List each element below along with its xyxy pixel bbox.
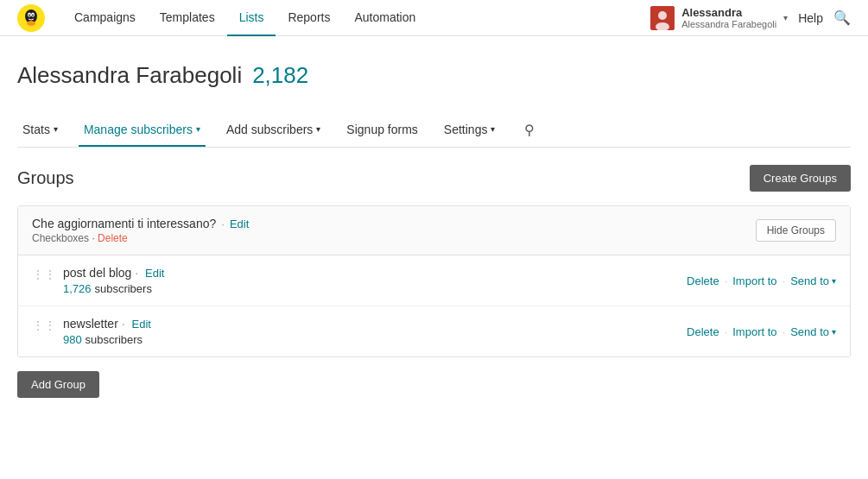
nav-right: Alessandra Alessandra Farabegoli ▾ Help … <box>650 6 851 30</box>
drag-handle-icon[interactable]: ⋮⋮ <box>32 268 56 281</box>
table-row: ⋮⋮ newsletter · Edit 980 subscribers <box>18 306 850 356</box>
settings-dropdown-icon: ▾ <box>491 124 495 134</box>
group-name-2: newsletter · Edit <box>63 317 151 331</box>
add-group-row: Add Group <box>17 357 851 398</box>
user-name-block: Alessandra Alessandra Farabegoli <box>681 6 776 29</box>
user-chevron-icon: ▾ <box>783 13 788 22</box>
subnav-signup-forms[interactable]: Signup forms <box>341 114 422 147</box>
group1-send-to-button[interactable]: Send to ▾ <box>790 274 836 287</box>
group1-import-link[interactable]: Import to <box>732 274 776 287</box>
nav-reports[interactable]: Reports <box>276 0 342 36</box>
group-row-right-1: Delete · Import to · Send to ▾ <box>687 274 836 287</box>
top-nav: Campaigns Templates Lists Reports Automa… <box>0 0 868 36</box>
sub-nav-search-icon[interactable]: ⚲ <box>519 113 540 147</box>
total-subscriber-count: 2,182 <box>252 62 308 89</box>
help-link[interactable]: Help <box>798 11 823 25</box>
group-subscribers-2: 980 subscribers <box>63 332 151 346</box>
group2-import-link[interactable]: Import to <box>732 325 776 338</box>
group-row-right-2: Delete · Import to · Send to ▾ <box>687 325 836 338</box>
group-name-1: post del blog · Edit <box>63 266 164 280</box>
add-subscribers-dropdown-icon: ▾ <box>316 124 320 134</box>
user-avatar <box>650 6 675 30</box>
svg-point-8 <box>658 11 667 20</box>
sub-nav: Stats ▾ Manage subscribers ▾ Add subscri… <box>17 113 851 148</box>
group-info-1: post del blog · Edit 1,726 subscribers <box>63 266 164 295</box>
group-subscribers-1: 1,726 subscribers <box>63 281 164 295</box>
section-header: Groups Create Groups <box>17 165 851 192</box>
page-title: Alessandra Farabegoli <box>17 62 242 89</box>
user-full-name: Alessandra Farabegoli <box>681 19 776 29</box>
subnav-manage-subscribers[interactable]: Manage subscribers ▾ <box>79 114 206 147</box>
logo[interactable] <box>17 4 45 32</box>
group-row-left-2: ⋮⋮ newsletter · Edit 980 subscribers <box>32 317 151 346</box>
section-title: Groups <box>17 168 74 188</box>
subnav-settings[interactable]: Settings ▾ <box>439 114 501 147</box>
svg-point-6 <box>27 21 35 26</box>
table-row: ⋮⋮ post del blog · Edit 1,726 subscriber… <box>18 255 850 306</box>
subnav-add-subscribers[interactable]: Add subscribers ▾ <box>221 114 326 147</box>
send-to-arrow-icon-2: ▾ <box>832 327 836 337</box>
group-delete-link[interactable]: Delete <box>98 232 128 244</box>
group2-delete-link[interactable]: Delete <box>687 325 719 338</box>
hide-groups-button[interactable]: Hide Groups <box>756 219 836 242</box>
group-row-left-1: ⋮⋮ post del blog · Edit 1,726 subscriber… <box>32 266 164 295</box>
manage-subscribers-dropdown-icon: ▾ <box>196 124 200 134</box>
nav-campaigns[interactable]: Campaigns <box>62 0 148 36</box>
group-rows: ⋮⋮ post del blog · Edit 1,726 subscriber… <box>18 255 850 356</box>
subnav-stats[interactable]: Stats ▾ <box>17 114 63 147</box>
group2-send-to-button[interactable]: Send to ▾ <box>790 325 836 338</box>
group-card-header: Che aggiornamenti ti interessano? · Edit… <box>18 206 850 255</box>
group2-edit-link[interactable]: Edit <box>131 318 150 331</box>
stats-dropdown-icon: ▾ <box>54 124 58 134</box>
search-icon[interactable]: 🔍 <box>833 9 851 26</box>
group-card-title-block: Che aggiornamenti ti interessano? · Edit… <box>32 217 249 244</box>
main-section: Groups Create Groups Che aggiornamenti t… <box>17 148 851 415</box>
group1-edit-link[interactable]: Edit <box>145 267 164 280</box>
group-card: Che aggiornamenti ti interessano? · Edit… <box>17 205 851 357</box>
svg-point-5 <box>32 14 34 16</box>
nav-templates[interactable]: Templates <box>148 0 227 36</box>
group-card-title: Che aggiornamenti ti interessano? <box>32 217 216 230</box>
nav-lists[interactable]: Lists <box>227 0 276 36</box>
create-groups-button[interactable]: Create Groups <box>750 165 851 192</box>
add-group-button[interactable]: Add Group <box>17 371 99 398</box>
group1-delete-link[interactable]: Delete <box>687 274 719 287</box>
send-to-arrow-icon: ▾ <box>832 276 836 286</box>
title-separator: · <box>221 217 225 230</box>
drag-handle-icon[interactable]: ⋮⋮ <box>32 318 56 332</box>
nav-automation[interactable]: Automation <box>342 0 428 36</box>
user-menu[interactable]: Alessandra Alessandra Farabegoli ▾ <box>650 6 788 30</box>
group-edit-link[interactable]: Edit <box>230 217 249 230</box>
group1-subscriber-count[interactable]: 1,726 <box>63 282 92 295</box>
user-display-name: Alessandra <box>681 6 776 19</box>
svg-point-4 <box>29 14 30 16</box>
page-title-block: Alessandra Farabegoli 2,182 <box>17 62 851 89</box>
group2-subscriber-count[interactable]: 980 <box>63 333 82 346</box>
group-info-2: newsletter · Edit 980 subscribers <box>63 317 151 346</box>
nav-items: Campaigns Templates Lists Reports Automa… <box>62 0 650 36</box>
group-card-meta: Checkboxes · Delete <box>32 232 249 244</box>
page-content: Alessandra Farabegoli 2,182 Stats ▾ Mana… <box>0 36 868 432</box>
